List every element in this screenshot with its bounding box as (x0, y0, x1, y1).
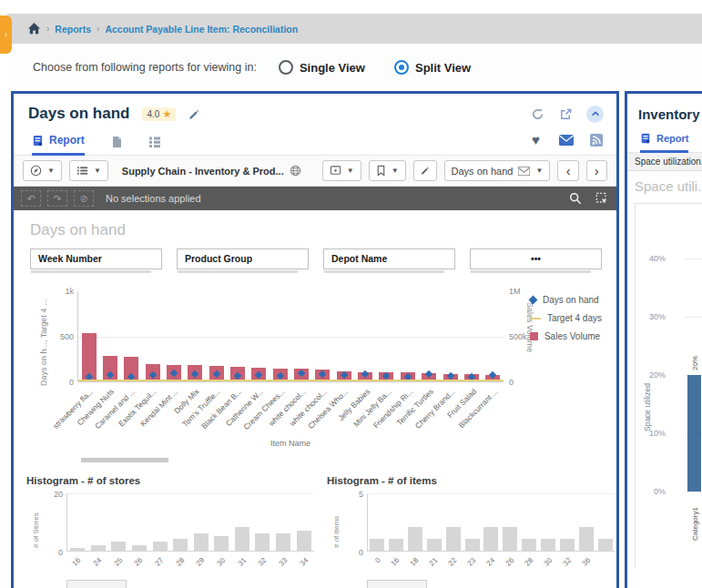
space-utilized-bar[interactable] (687, 375, 701, 492)
bar-cell (185, 291, 206, 381)
panel-tabs: Report ♥ (14, 123, 616, 156)
left-axis-tick: 1k (65, 287, 74, 296)
sheet-list-dropdown-button[interactable]: ▼ (69, 160, 108, 181)
x-axis-label: 24 (485, 556, 497, 568)
rate-edit-icon[interactable] (187, 106, 202, 122)
bar-cell (406, 494, 425, 551)
refresh-icon[interactable] (530, 106, 545, 122)
presentation-dropdown-button[interactable]: ▼ (322, 160, 361, 181)
clear-selections-icon[interactable]: ⊘ (74, 190, 94, 207)
breadcrumb-separator: › (97, 24, 99, 34)
histogram-bar[interactable] (483, 527, 498, 551)
report-panel-inventory: Inventory Report Space utilization... Sp… (625, 91, 702, 588)
breadcrumb-link-reports[interactable]: Reports (55, 24, 91, 35)
tab-report[interactable]: Report (32, 134, 85, 156)
radio-single-view[interactable]: Single View (279, 60, 365, 75)
x-axis-label: 33 (278, 556, 290, 568)
histogram-bar[interactable] (522, 539, 536, 551)
radio-split-view[interactable]: Split View (394, 60, 471, 75)
x-axis-label: 18 (409, 556, 421, 568)
email-icon[interactable] (558, 132, 574, 147)
sheet-title: Days on hand (14, 210, 616, 245)
tab-list[interactable] (148, 136, 161, 155)
bar-cell (440, 291, 461, 381)
histogram-bar[interactable] (91, 545, 106, 551)
undo-selection-icon[interactable]: ↶ (21, 190, 41, 207)
histogram-bar[interactable] (389, 539, 403, 551)
list-grid-icon (148, 136, 161, 148)
histogram-bar[interactable] (598, 539, 613, 551)
histogram-bar[interactable] (235, 527, 249, 551)
next-report-button[interactable]: › (586, 160, 607, 181)
side-flyout-tab[interactable]: › (0, 15, 12, 54)
rss-icon[interactable] (588, 132, 604, 147)
redo-selection-icon[interactable]: ↷ (47, 190, 67, 207)
histogram-bar[interactable] (70, 548, 85, 551)
bar-cell (99, 291, 120, 381)
x-axis-label: 28 (524, 556, 535, 568)
tab-document[interactable] (110, 136, 123, 155)
bar-cell (443, 494, 463, 551)
bars-row (78, 291, 504, 381)
collapse-panel-icon[interactable] (586, 106, 604, 123)
histogram-bar[interactable] (111, 542, 126, 551)
breadcrumb: › Reports › Account Payable Line Item: R… (7, 14, 702, 44)
filter-week-number[interactable]: Week Number (30, 248, 162, 269)
space-utilized-chart: O Space utilized 40%30%20%10%0%20%Catego… (635, 203, 702, 567)
histogram-bar[interactable] (446, 527, 461, 551)
histogram-bar[interactable] (560, 539, 575, 551)
histogram-bar[interactable] (465, 539, 480, 551)
app-selector-button[interactable]: Supply Chain - Inventory & Prod... (116, 160, 308, 181)
view-chooser: Choose from following reports for viewin… (7, 47, 702, 87)
histogram-bar[interactable] (173, 539, 188, 551)
histogram-bar[interactable] (276, 533, 290, 551)
histogram-bar[interactable] (579, 527, 594, 551)
breadcrumb-link-current[interactable]: Account Payable Line Item: Reconciliatio… (105, 24, 298, 35)
globe-icon (290, 165, 301, 177)
histogram-bar[interactable] (541, 539, 555, 551)
radio-circle-unselected[interactable] (279, 60, 293, 75)
histogram-bar[interactable] (370, 539, 384, 551)
selection-tool-icon[interactable] (594, 191, 609, 207)
histogram-bar[interactable] (503, 527, 517, 551)
filter-depot-name[interactable]: Depot Name (323, 248, 455, 269)
histogram-bar[interactable] (255, 533, 270, 551)
chart-legend: Days on handTarget 4 daysSales Volume (530, 295, 602, 341)
bookmark-dropdown-button[interactable]: ▼ (369, 160, 406, 181)
bar-value-label: 20% (691, 356, 699, 370)
legend-item[interactable]: Days on hand (530, 295, 602, 305)
star-icon: ★ (162, 108, 171, 120)
legend-label: Sales Volume (544, 331, 600, 341)
x-axis-label: Category1 (691, 507, 699, 541)
legend-item[interactable]: Sales Volume (530, 331, 602, 341)
filter-product-group[interactable]: Product Group (177, 248, 309, 269)
edit-report-button[interactable] (413, 160, 437, 181)
filter-more-button[interactable]: ••• (470, 248, 602, 269)
favorite-heart-icon[interactable]: ♥ (528, 132, 544, 147)
view-chooser-prompt: Choose from following reports for viewin… (33, 61, 257, 74)
radio-circle-selected[interactable] (394, 60, 409, 75)
legend-item[interactable]: Target 4 days (530, 313, 602, 323)
export-icon[interactable] (558, 106, 574, 122)
bar-cell (232, 494, 253, 551)
selections-status-text: No selections applied (106, 193, 201, 204)
navigation-dropdown-button[interactable]: ▼ (23, 160, 62, 181)
histogram-bar[interactable] (132, 545, 147, 551)
histogram-bar[interactable] (297, 531, 311, 551)
histogram-bar[interactable] (153, 542, 168, 551)
y-axis-tick: 0 (58, 548, 63, 557)
histogram-bar[interactable] (427, 539, 442, 551)
horizontal-scrollbar[interactable] (81, 458, 168, 462)
selections-bar: ↶ ↷ ⊘ No selections applied (14, 187, 616, 210)
search-icon[interactable] (567, 191, 583, 207)
histogram-bar[interactable] (408, 527, 422, 551)
histogram-bar[interactable] (214, 536, 229, 551)
home-icon[interactable] (27, 22, 41, 35)
right-axis-tick: 0 (509, 378, 514, 387)
prev-report-button[interactable]: ‹ (557, 160, 578, 181)
tab-report[interactable]: Report (640, 133, 688, 153)
space-utilization-selector[interactable]: Space utilization... (627, 153, 702, 171)
report-selector-button[interactable]: Days on hand ▼ (444, 160, 551, 181)
histogram-bar[interactable] (194, 533, 209, 551)
histogram-title: Histogram - # of stores (26, 475, 307, 486)
